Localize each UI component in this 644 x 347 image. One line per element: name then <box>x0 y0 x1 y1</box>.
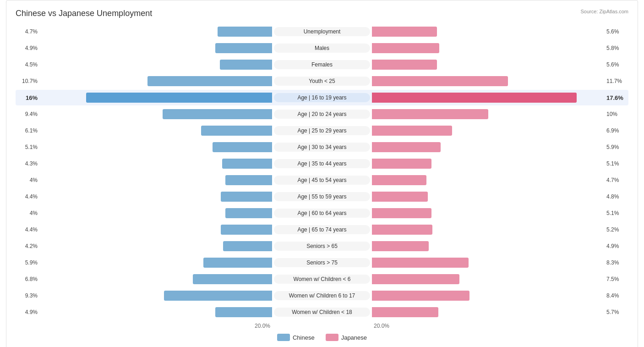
left-bar-container <box>39 274 272 284</box>
japanese-bar <box>372 126 452 136</box>
chinese-bar <box>193 274 272 284</box>
row-label: Age | 60 to 64 years <box>274 209 370 218</box>
left-value: 4.9% <box>16 45 39 51</box>
japanese-bar <box>372 93 577 103</box>
bars-wrapper: 16% Age | 16 to 19 years 17.6% <box>16 90 628 105</box>
bar-row: 4.3% Age | 35 to 44 years 5.1% <box>16 156 628 171</box>
left-bar-container <box>39 258 272 268</box>
left-bar-container <box>39 291 272 301</box>
chinese-bar <box>86 93 272 103</box>
right-bar-container <box>372 159 605 169</box>
bars-wrapper: 4% Age | 45 to 54 years 4.7% <box>16 172 628 188</box>
left-value: 4.7% <box>16 28 39 35</box>
right-value: 5.8% <box>605 45 628 51</box>
row-label: Age | 65 to 74 years <box>274 225 370 234</box>
bar-row: 5.9% Seniors > 75 8.3% <box>16 255 628 270</box>
left-bar-container <box>39 93 272 103</box>
left-bar-container <box>39 142 272 152</box>
bars-wrapper: 4.2% Seniors > 65 4.9% <box>16 238 628 254</box>
bars-wrapper: 4.4% Age | 55 to 59 years 4.8% <box>16 189 628 204</box>
japanese-bar <box>372 142 441 152</box>
row-label: Age | 35 to 44 years <box>274 159 370 168</box>
row-label: Youth < 25 <box>274 77 370 86</box>
row-label: Women w/ Children < 18 <box>274 308 370 317</box>
japanese-bar <box>372 60 437 70</box>
chinese-bar <box>225 208 272 218</box>
right-value: 5.6% <box>605 61 628 68</box>
bar-row: 6.1% Age | 25 to 29 years 6.9% <box>16 123 628 138</box>
japanese-bar <box>372 175 426 185</box>
left-bar-container <box>39 109 272 119</box>
bars-wrapper: 4% Age | 60 to 64 years 5.1% <box>16 205 628 221</box>
chart-source: Source: ZipAtlas.com <box>580 9 628 14</box>
row-label: Females <box>274 60 370 69</box>
bar-row: 6.8% Women w/ Children < 6 7.5% <box>16 271 628 287</box>
bars-wrapper: 4.7% Unemployment 5.6% <box>16 24 628 39</box>
left-value: 6.8% <box>16 276 39 282</box>
bar-row: 4% Age | 60 to 64 years 5.1% <box>16 205 628 221</box>
left-bar-container <box>39 175 272 185</box>
right-bar-container <box>372 109 605 119</box>
chinese-bar <box>203 258 272 268</box>
bar-row: 10.7% Youth < 25 11.7% <box>16 73 628 89</box>
japanese-swatch <box>326 334 338 341</box>
right-bar-container <box>372 142 605 152</box>
japanese-bar <box>372 291 469 301</box>
right-value: 5.9% <box>605 144 628 150</box>
chart-title: Chinese vs Japanese Unemployment <box>16 9 152 18</box>
left-value: 4.4% <box>16 193 39 200</box>
right-bar-container <box>372 307 605 317</box>
bars-wrapper: 6.1% Age | 25 to 29 years 6.9% <box>16 123 628 138</box>
chinese-bar <box>163 109 272 119</box>
bars-wrapper: 4.4% Age | 65 to 74 years 5.2% <box>16 222 628 237</box>
bars-wrapper: 9.4% Age | 20 to 24 years 10% <box>16 106 628 122</box>
row-label: Age | 16 to 19 years <box>274 93 370 102</box>
left-bar-container <box>39 43 272 53</box>
right-value: 8.3% <box>605 259 628 266</box>
japanese-bar <box>372 225 432 235</box>
right-value: 5.2% <box>605 226 628 233</box>
japanese-bar <box>372 27 437 37</box>
bars-wrapper: 5.1% Age | 30 to 34 years 5.9% <box>16 139 628 155</box>
japanese-bar <box>372 43 439 53</box>
row-label: Women w/ Children < 6 <box>274 275 370 284</box>
right-value: 5.6% <box>605 28 628 35</box>
japanese-bar <box>372 208 431 218</box>
left-value: 4.4% <box>16 226 39 233</box>
left-value: 4% <box>16 210 39 216</box>
bars-wrapper: 6.8% Women w/ Children < 6 7.5% <box>16 271 628 287</box>
row-label: Age | 20 to 24 years <box>274 110 370 119</box>
right-value: 4.9% <box>605 243 628 249</box>
bar-row: 4.7% Unemployment 5.6% <box>16 24 628 39</box>
japanese-bar <box>372 258 469 268</box>
bar-row: 4.9% Males 5.8% <box>16 40 628 56</box>
right-bar-container <box>372 258 605 268</box>
left-value: 6.1% <box>16 127 39 134</box>
japanese-bar <box>372 307 438 317</box>
row-label: Seniors > 65 <box>274 242 370 251</box>
japanese-bar <box>372 159 431 169</box>
row-label: Age | 55 to 59 years <box>274 192 370 201</box>
chinese-bar <box>147 76 272 86</box>
axis-right-label: 20.0% <box>374 323 389 329</box>
left-value: 4.2% <box>16 243 39 249</box>
right-value: 8.4% <box>605 292 628 299</box>
japanese-bar <box>372 241 429 251</box>
bar-row: 4.2% Seniors > 65 4.9% <box>16 238 628 254</box>
chinese-bar <box>213 142 272 152</box>
right-value: 11.7% <box>605 78 628 84</box>
bars-wrapper: 10.7% Youth < 25 11.7% <box>16 73 628 89</box>
bar-row: 4.5% Females 5.6% <box>16 57 628 72</box>
row-label: Age | 25 to 29 years <box>274 126 370 135</box>
row-label: Age | 45 to 54 years <box>274 176 370 185</box>
chart-area: 4.7% Unemployment 5.6% 4.9% Males 5.8% 4… <box>16 24 628 320</box>
bars-wrapper: 4.5% Females 5.6% <box>16 57 628 72</box>
bars-wrapper: 5.9% Seniors > 75 8.3% <box>16 255 628 270</box>
left-bar-container <box>39 126 272 136</box>
right-value: 5.7% <box>605 309 628 315</box>
right-bar-container <box>372 192 605 202</box>
bar-row: 16% Age | 16 to 19 years 17.6% <box>16 90 628 105</box>
chinese-bar <box>215 43 272 53</box>
japanese-bar <box>372 192 428 202</box>
chinese-bar <box>215 307 272 317</box>
